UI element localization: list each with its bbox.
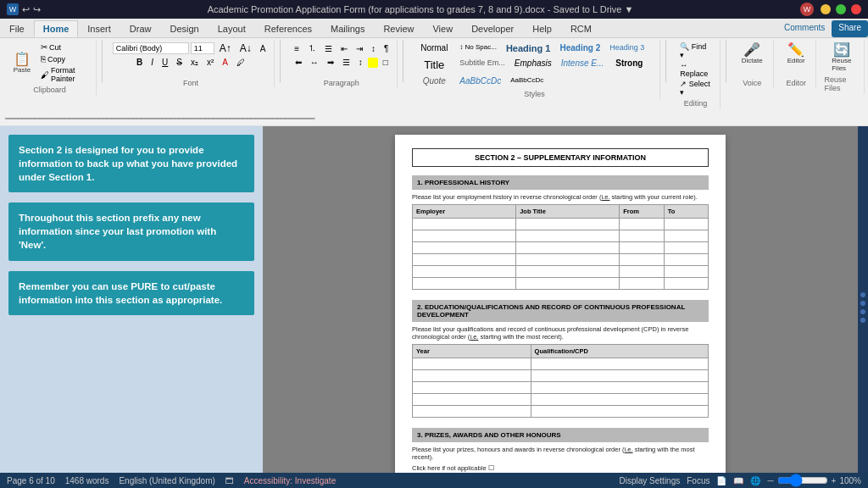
decrease-indent-btn[interactable]: ⇤ (337, 43, 351, 54)
show-formatting-btn[interactable]: ¶ (381, 43, 392, 54)
border-btn[interactable]: □ (380, 57, 392, 68)
italic-btn[interactable]: I (147, 57, 157, 68)
underline-btn[interactable]: U (159, 57, 171, 68)
style-intense-q[interactable]: AaBbCcDc (455, 75, 505, 88)
tab-draw[interactable]: Draw (120, 20, 161, 37)
tab-file[interactable]: File (0, 20, 34, 37)
cell[interactable] (664, 266, 708, 278)
cell[interactable] (620, 242, 664, 254)
cell[interactable] (531, 370, 708, 382)
font-color-btn[interactable]: A (219, 57, 231, 68)
cell[interactable] (664, 230, 708, 242)
font-size-input[interactable] (191, 42, 214, 54)
bullets-btn[interactable]: ≡ (291, 43, 303, 54)
tab-insert[interactable]: Insert (78, 20, 120, 37)
tab-design[interactable]: Design (160, 20, 208, 37)
cell[interactable] (413, 219, 516, 230)
style-heading2[interactable]: Heading 2 (555, 42, 604, 56)
dictate-btn[interactable]: 🎤 Dictate (737, 42, 768, 66)
copy-button[interactable]: ⎘Copy (37, 53, 91, 64)
cell[interactable] (531, 358, 708, 370)
decrease-font-btn[interactable]: A↓ (236, 42, 255, 55)
cell[interactable] (413, 370, 531, 382)
style-subtle-ref[interactable]: AaBbCcDc (506, 75, 548, 88)
numbering-btn[interactable]: ⒈ (304, 42, 320, 55)
zoom-control[interactable]: ─ + 100% (767, 476, 861, 485)
replace-btn[interactable]: ↔ Replace (676, 60, 715, 79)
align-center-btn[interactable]: ↔ (307, 57, 322, 68)
increase-font-btn[interactable]: A↑ (216, 42, 235, 55)
paste-button[interactable]: 📋 Paste (8, 51, 36, 75)
tab-review[interactable]: Review (374, 20, 423, 37)
style-no-spacing[interactable]: ↕ No Spac... (455, 42, 501, 56)
maximize-btn[interactable] (836, 4, 846, 14)
tab-home[interactable]: Home (34, 20, 79, 37)
tab-references[interactable]: References (255, 20, 321, 37)
tab-view[interactable]: View (423, 20, 462, 37)
cell[interactable] (413, 394, 531, 406)
line-spacing-btn[interactable]: ↕ (355, 57, 366, 68)
cell[interactable] (531, 406, 708, 418)
superscript-btn[interactable]: x² (203, 57, 217, 68)
minimize-btn[interactable] (821, 4, 831, 14)
display-settings-btn[interactable]: Display Settings (620, 476, 681, 485)
view-web-icon[interactable]: 🌐 (750, 476, 760, 485)
tab-mailings[interactable]: Mailings (321, 20, 374, 37)
increase-indent-btn[interactable]: ⇥ (353, 43, 366, 54)
shading-btn[interactable] (368, 58, 378, 68)
highlight-btn[interactable]: 🖊 (233, 57, 248, 68)
cell[interactable] (531, 394, 708, 406)
cell[interactable] (664, 219, 708, 230)
cell[interactable] (664, 278, 708, 290)
reuse-files-btn[interactable]: 🔄 ReuseFiles (826, 42, 856, 74)
editor-btn[interactable]: ✏️ Editor (782, 42, 810, 66)
style-heading1[interactable]: Heading 1 (502, 42, 555, 56)
cell[interactable] (516, 266, 620, 278)
style-strong[interactable]: Strong (609, 57, 649, 74)
tab-rcm[interactable]: RCM (561, 20, 601, 37)
undo-btn[interactable]: ↩ (22, 4, 30, 15)
accessibility-info[interactable]: Accessibility: Investigate (244, 476, 336, 485)
sort-btn[interactable]: ↕ (368, 43, 379, 54)
cell[interactable] (620, 254, 664, 266)
zoom-slider-input[interactable] (777, 477, 828, 484)
redo-btn[interactable]: ↪ (33, 4, 41, 15)
cut-button[interactable]: ✂Cut (37, 42, 91, 53)
tab-layout[interactable]: Layout (209, 20, 255, 37)
view-read-icon[interactable]: 📖 (733, 476, 743, 485)
align-left-btn[interactable]: ⬅ (292, 57, 305, 68)
find-btn[interactable]: 🔍 Find ▾ (676, 42, 715, 60)
cell[interactable] (620, 219, 664, 230)
cell[interactable] (413, 382, 531, 394)
subscript-btn[interactable]: x₂ (187, 57, 202, 68)
font-name-input[interactable] (113, 42, 189, 54)
cell[interactable] (516, 230, 620, 242)
bold-btn[interactable]: B (133, 57, 146, 68)
cell[interactable] (620, 230, 664, 242)
align-right-btn[interactable]: ➡ (324, 57, 337, 68)
strikethrough-btn[interactable]: S (173, 57, 186, 68)
cell[interactable] (413, 406, 531, 418)
style-heading3[interactable]: Heading 3 (605, 42, 648, 56)
tab-help[interactable]: Help (523, 20, 561, 37)
comments-btn[interactable]: Comments (777, 20, 832, 37)
cell[interactable] (516, 254, 620, 266)
cell[interactable] (664, 254, 708, 266)
focus-btn[interactable]: Focus (687, 476, 709, 485)
multilevel-btn[interactable]: ☰ (321, 43, 336, 54)
cell[interactable] (413, 266, 516, 278)
share-btn[interactable]: Share (832, 20, 868, 37)
cell[interactable] (413, 358, 531, 370)
cell[interactable] (516, 219, 620, 230)
cell[interactable] (531, 382, 708, 394)
clear-format-btn[interactable]: A (257, 43, 270, 54)
select-btn[interactable]: ↗ Select ▾ (676, 79, 715, 97)
window-controls[interactable] (821, 4, 861, 14)
style-emphasis[interactable]: Emphasis (510, 57, 556, 74)
style-subtitle[interactable]: Subtitle Em... (455, 57, 509, 74)
cell[interactable] (413, 230, 516, 242)
cell[interactable] (516, 242, 620, 254)
view-print-icon[interactable]: 📄 (716, 476, 726, 485)
format-painter-button[interactable]: 🖌Format Painter (37, 65, 91, 84)
cell[interactable] (620, 266, 664, 278)
